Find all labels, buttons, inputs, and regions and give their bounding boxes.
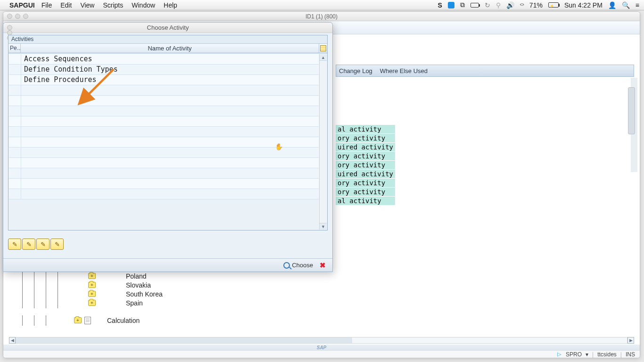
grid-row[interactable] [9,85,319,96]
table-settings-icon [320,45,326,51]
timemachine-icon[interactable]: ↻ [485,1,490,9]
dialog-title: Choose Activity [147,24,189,31]
tree-row-country[interactable]: + South Korea [13,289,630,298]
col-name[interactable]: Name of Activity [21,44,319,53]
menu-scripts[interactable]: Scripts [103,1,123,9]
activity-line: ory activity [336,179,395,187]
scroll-thumb[interactable] [16,337,352,343]
activity-line: al activity [336,197,395,205]
tree-row-calculation[interactable]: + Calculation [13,316,630,325]
max-dot[interactable] [23,14,28,19]
grid-row[interactable] [9,179,319,189]
grid-row[interactable] [9,168,319,179]
mac-menubar: SAPGUI File Edit View Scripts Window Hel… [0,0,644,10]
traffic-lights[interactable] [7,14,28,19]
grid-row[interactable]: Define Procedures [9,75,319,85]
scroll-track[interactable] [16,337,627,344]
grid-row[interactable] [9,158,319,168]
menu-window[interactable]: Window [132,1,155,9]
close-dot[interactable] [7,14,12,19]
battery-icon[interactable]: ⚡ [548,2,559,8]
grid-row[interactable]: Define Condition Types [9,65,319,75]
tree-row-country[interactable]: + Slovakia [13,280,630,289]
document-icon[interactable] [84,317,91,324]
dialog-footer: Choose ✖ [3,258,332,272]
battery-text: 71% [529,1,543,9]
grid-caption: Activities [8,35,327,44]
notification-icon[interactable]: ≡ [636,1,639,9]
dialog-titlebar: Choose Activity [3,23,332,33]
col-performed[interactable]: Pe… [8,44,21,53]
grid-row[interactable] [9,127,319,137]
scroll-up-button[interactable]: ▲ [320,54,327,61]
menu-help[interactable]: Help [164,1,177,9]
grid-vertical-scroll[interactable]: ▲ ▼ [319,54,327,230]
battery-menu-icon[interactable] [471,3,479,8]
activity-indicator-block: al activity ory activity uired activity … [336,78,637,172]
cancel-button[interactable]: ✖ [320,261,326,270]
dropbox-icon[interactable]: ⧉ [460,1,465,9]
clock-text[interactable]: Sun 4:22 PM [564,1,603,9]
menu-file[interactable]: File [41,1,52,9]
doc-button-2[interactable]: ✎ [22,239,35,250]
activity-line: ory activity [336,152,395,160]
choose-button[interactable]: Choose [283,262,313,269]
grid-header: Pe… Name of Activity [8,44,327,53]
folder-icon: + [88,282,96,288]
grid-row[interactable] [9,137,319,148]
sap-statusbar: ▷ SPRO ▾ | ttcsides | INS [3,350,640,358]
doc-button-4[interactable]: ✎ [50,239,64,250]
menu-edit[interactable]: Edit [60,1,72,9]
volume-icon[interactable]: 🔊 [506,1,514,9]
sap-titlebar: ID1 (1) (800) [3,12,640,21]
folder-icon: + [74,317,82,323]
grid-row[interactable] [9,106,319,116]
activity-line: uired activity [336,143,395,151]
status-system[interactable]: ttcsides [597,351,617,358]
mac-status-area: S ⧉ ↻ ⚲ 🔊 ⌔ 71% ⚡ Sun 4:22 PM 👤 🔍 ≡ [438,1,639,9]
dropdown-icon[interactable]: ▾ [586,351,588,358]
grid-row[interactable] [9,189,319,199]
user-icon[interactable]: 👤 [608,1,616,9]
magnifier-icon [283,262,290,269]
tabs-strip: Change Log Where Else Used [336,65,634,77]
cursor-icon: ✋ [275,143,283,150]
grid-row[interactable] [9,116,319,127]
grid-row[interactable] [9,96,319,106]
folder-icon: + [88,273,96,279]
sap-window-title: ID1 (1) (800) [305,13,338,20]
spotlight-icon[interactable]: 🔍 [622,1,630,9]
tree-row-country[interactable]: + Poland [13,272,630,280]
activity-line: ory activity [336,188,395,196]
tab-whereelse[interactable]: Where Else Used [380,67,428,74]
activity-line: ory activity [336,134,395,142]
content-scroll-thumb[interactable] [628,87,635,134]
play-icon[interactable]: ▷ [557,351,561,357]
tree-row-country[interactable]: + Spain [13,298,630,307]
tab-changelog[interactable]: Change Log [339,67,372,74]
dialog-grid-container: Activities Pe… Name of Activity Access S… [8,35,328,230]
folder-icon: + [88,300,96,306]
activity-line: uired activity [336,170,395,178]
menu-view[interactable]: View [80,1,94,9]
scroll-right-button[interactable]: ▶ [627,337,634,344]
dialog-doc-buttons: ✎ ✎ ✎ ✎ [8,239,64,250]
close-dot[interactable] [7,25,12,30]
horizontal-scrollbar[interactable]: ◀ ▶ [9,337,634,344]
scroll-down-button[interactable]: ▼ [320,223,327,230]
min-dot[interactable] [15,14,20,19]
bluetooth-icon[interactable]: ⚲ [496,1,501,9]
sap-logo-strip: SAP [3,345,640,350]
doc-button-1[interactable]: ✎ [8,239,21,250]
s-icon[interactable]: S [438,1,442,9]
grid-row[interactable] [9,148,319,158]
app-name[interactable]: SAPGUI [9,1,35,9]
status-tcode[interactable]: SPRO [566,351,582,358]
column-config-button[interactable] [319,44,327,53]
teamviewer-icon[interactable] [448,2,454,8]
doc-button-3[interactable]: ✎ [36,239,50,250]
scroll-left-button[interactable]: ◀ [9,337,16,344]
status-mode[interactable]: INS [626,351,635,358]
wifi-icon[interactable]: ⌔ [520,1,524,9]
grid-row[interactable]: Access Sequences [9,54,319,65]
